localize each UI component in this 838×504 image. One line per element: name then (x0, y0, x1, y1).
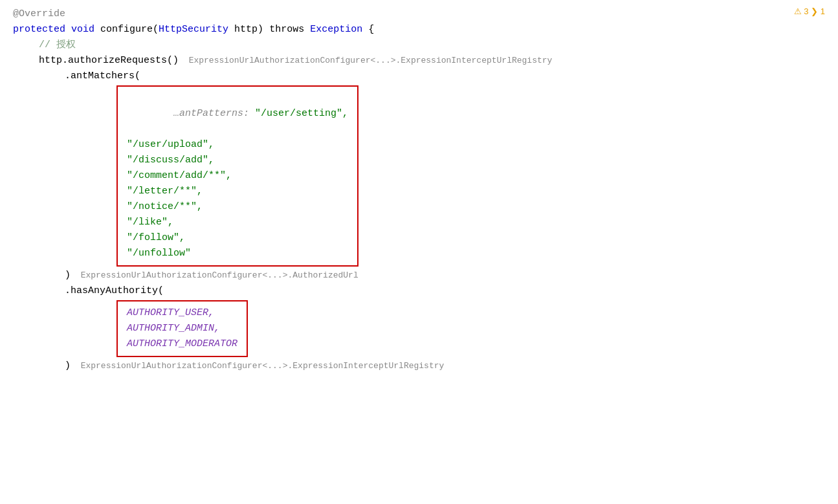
ant-pattern-line-6: "/like", (127, 215, 348, 230)
ant-patterns-block: …antPatterns: "/user/setting", "/user/up… (13, 84, 825, 268)
authorities-red-box: AUTHORITY_USER, AUTHORITY_ADMIN, AUTHORI… (116, 300, 248, 357)
ant-pattern-line-5: "/notice/**", (127, 199, 348, 215)
ant-pattern-line-1: "/user/upload", (127, 137, 348, 153)
authority-line-0: AUTHORITY_USER, (127, 305, 237, 321)
ant-pattern-8: "/unfollow" (127, 248, 191, 259)
line-authorize-requests: http.authorizeRequests() ExpressionUrlAu… (13, 53, 825, 69)
authority-line-1: AUTHORITY_ADMIN, (127, 321, 237, 336)
has-any-authority-code: .hasAnyAuthority( (65, 283, 164, 299)
ant-pattern-1: "/user/upload", (127, 139, 214, 150)
close-paren-1: ) (65, 268, 71, 283)
comment-text: // 授权 (39, 38, 76, 53)
line-method-signature: protected void configure( HttpSecurity h… (13, 22, 825, 38)
ant-pattern-6: "/like", (127, 217, 173, 228)
authority-0: AUTHORITY_USER, (127, 307, 214, 318)
ant-pattern-line-2: "/discuss/add", (127, 153, 348, 168)
space (65, 22, 71, 38)
ant-pattern-5: "/notice/**", (127, 201, 203, 212)
line-has-any-authority: .hasAnyAuthority( (13, 283, 825, 299)
line-close-paren-2: ) ExpressionUrlAuthorizationConfigurer<.… (13, 358, 825, 374)
warning-badge: ⚠ 3 ❯ 1 (794, 5, 825, 19)
ant-pattern-first-line: …antPatterns: "/user/setting", (127, 91, 348, 137)
method-name: configure( (100, 22, 159, 38)
throws-keyword: throws (269, 22, 304, 38)
ant-pattern-3: "/comment/add/**", (127, 170, 232, 181)
authorize-requests-hint: ExpressionUrlAuthorizationConfigurer<...… (179, 54, 552, 68)
authority-2: AUTHORITY_MODERATOR (127, 338, 237, 349)
ant-pattern-line-8: "/unfollow" (127, 246, 348, 261)
code-editor: ⚠ 3 ❯ 1 @Override protected void configu… (0, 0, 838, 504)
ant-patterns-label: …antPatterns: (173, 108, 255, 119)
line-comment: // 授权 (13, 38, 825, 53)
space3 (304, 22, 310, 38)
ant-pattern-line-3: "/comment/add/**", (127, 168, 348, 184)
close-paren-2: ) (65, 358, 71, 374)
keyword-void: void (71, 22, 94, 38)
ant-pattern-7: "/follow", (127, 232, 185, 243)
param-name: http) (228, 22, 269, 38)
line-ant-matchers: .antMatchers( (13, 69, 825, 84)
close-paren-hint-1: ExpressionUrlAuthorizationConfigurer<...… (71, 269, 358, 283)
authorities-block: AUTHORITY_USER, AUTHORITY_ADMIN, AUTHORI… (13, 299, 825, 358)
line-annotation: @Override (13, 6, 825, 22)
line-close-paren-1: ) ExpressionUrlAuthorizationConfigurer<.… (13, 268, 825, 283)
param-type: HttpSecurity (159, 22, 228, 38)
ant-patterns-red-box: …antPatterns: "/user/setting", "/user/up… (116, 85, 358, 267)
ant-matchers-code: .antMatchers( (65, 69, 140, 84)
ant-pattern-2: "/discuss/add", (127, 155, 214, 166)
close-paren-hint-2: ExpressionUrlAuthorizationConfigurer<...… (71, 360, 444, 373)
open-brace: { (362, 22, 374, 38)
ant-pattern-4: "/letter/**", (127, 186, 203, 197)
ant-pattern-0: "/user/setting", (255, 108, 348, 119)
space2 (94, 22, 100, 38)
annotation-text: @Override (13, 6, 65, 22)
authorize-requests-code: http.authorizeRequests() (39, 53, 179, 69)
ant-pattern-line-4: "/letter/**", (127, 184, 348, 199)
exception-type: Exception (310, 22, 362, 38)
authority-line-2: AUTHORITY_MODERATOR (127, 336, 237, 352)
ant-pattern-line-7: "/follow", (127, 230, 348, 246)
authority-1: AUTHORITY_ADMIN, (127, 323, 220, 334)
keyword-protected: protected (13, 22, 65, 38)
